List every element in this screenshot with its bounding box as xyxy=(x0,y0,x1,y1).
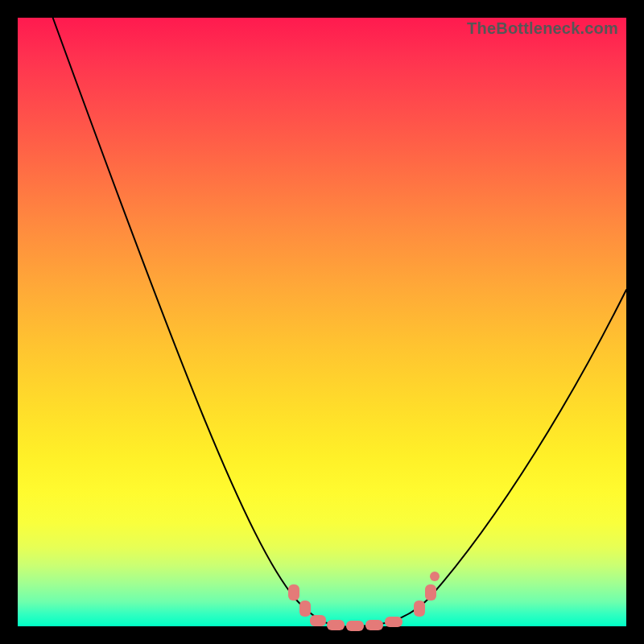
marker-point xyxy=(385,617,402,627)
marker-point xyxy=(299,601,311,617)
marker-point xyxy=(346,621,364,631)
marker-point xyxy=(310,615,326,626)
marker-point xyxy=(414,601,425,617)
optimal-zone-markers xyxy=(288,572,440,631)
marker-point xyxy=(365,620,383,630)
bottleneck-curve-line xyxy=(50,10,626,626)
marker-point xyxy=(327,620,345,630)
marker-point xyxy=(430,572,440,581)
chart-plot-area: TheBottleneck.com xyxy=(18,18,626,626)
marker-point xyxy=(288,584,299,601)
chart-svg xyxy=(18,18,626,626)
marker-point xyxy=(425,584,436,601)
